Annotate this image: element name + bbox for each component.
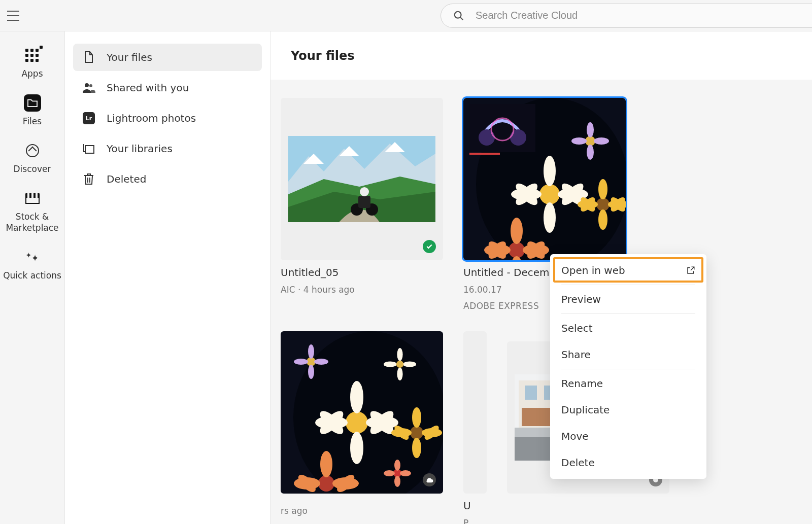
svg-point-24 bbox=[544, 156, 556, 186]
svg-point-59 bbox=[350, 432, 363, 464]
search-icon bbox=[453, 10, 464, 21]
rail-stock[interactable]: Stock & Marketplace bbox=[0, 190, 64, 233]
folder-icon bbox=[24, 94, 41, 112]
file-title: U bbox=[463, 500, 487, 512]
ctx-rename[interactable]: Rename bbox=[550, 370, 706, 397]
external-link-icon bbox=[686, 266, 695, 275]
svg-point-81 bbox=[308, 365, 314, 379]
ctx-label: Open in web bbox=[561, 264, 625, 276]
compass-icon bbox=[26, 144, 39, 157]
svg-rect-22 bbox=[469, 153, 500, 155]
file-thumbnail[interactable] bbox=[463, 98, 626, 260]
sidebar-lightroom-label: Lightroom photos bbox=[107, 112, 196, 124]
rail-quick-actions[interactable]: Quick actions bbox=[3, 249, 61, 281]
svg-point-33 bbox=[598, 179, 607, 199]
artwork-flowers bbox=[281, 331, 443, 494]
file-title: Untitled_05 bbox=[281, 266, 443, 278]
svg-point-88 bbox=[400, 470, 411, 476]
ctx-duplicate[interactable]: Duplicate bbox=[550, 397, 706, 423]
sidebar-shared-label: Shared with you bbox=[107, 82, 189, 94]
ctx-delete[interactable]: Delete bbox=[550, 449, 706, 476]
svg-point-83 bbox=[314, 359, 328, 365]
file-card[interactable]: Untitled_05 AIC · 4 hours ago bbox=[281, 98, 443, 311]
rail-files[interactable]: Files bbox=[23, 94, 42, 127]
storefront-icon bbox=[25, 193, 40, 204]
ctx-label: Preview bbox=[561, 293, 601, 305]
svg-point-73 bbox=[318, 475, 334, 492]
ctx-label: Move bbox=[561, 430, 589, 442]
rail-apps[interactable]: Apps bbox=[21, 47, 43, 79]
file-meta: P bbox=[463, 518, 487, 524]
sidebar-deleted[interactable]: Deleted bbox=[73, 165, 262, 193]
people-icon bbox=[82, 81, 95, 94]
svg-point-52 bbox=[587, 145, 594, 160]
apps-icon bbox=[25, 49, 39, 62]
rail-quick-label: Quick actions bbox=[3, 270, 61, 281]
files-grid: Untitled_05 AIC · 4 hours ago bbox=[270, 80, 812, 524]
svg-point-67 bbox=[412, 407, 421, 428]
sparkles-icon bbox=[25, 251, 39, 264]
file-thumbnail[interactable] bbox=[463, 331, 487, 494]
svg-point-93 bbox=[396, 361, 403, 368]
svg-point-80 bbox=[308, 344, 314, 359]
svg-rect-99 bbox=[525, 386, 537, 400]
svg-point-91 bbox=[384, 362, 397, 367]
svg-point-15 bbox=[360, 187, 369, 196]
svg-point-58 bbox=[350, 381, 363, 413]
menu-icon[interactable] bbox=[7, 8, 19, 23]
file-meta: AIC · 4 hours ago bbox=[281, 285, 443, 295]
rail-files-label: Files bbox=[23, 116, 42, 127]
ctx-move[interactable]: Move bbox=[550, 423, 706, 449]
ctx-select[interactable]: Select bbox=[550, 315, 706, 341]
synced-check-icon bbox=[423, 240, 436, 253]
rail-discover[interactable]: Discover bbox=[14, 142, 51, 174]
rail-stock-label: Stock & Marketplace bbox=[0, 211, 64, 233]
svg-point-19 bbox=[479, 129, 495, 146]
ctx-label: Duplicate bbox=[561, 404, 610, 416]
nav-rail: Apps Files Discover Stock & Marketplace … bbox=[0, 31, 65, 524]
sidebar-your-files-label: Your files bbox=[107, 51, 152, 63]
sidebar-lightroom[interactable]: Lr Lightroom photos bbox=[73, 104, 262, 132]
file-thumbnail[interactable] bbox=[281, 98, 443, 260]
separator bbox=[561, 369, 695, 369]
search-input[interactable] bbox=[476, 10, 812, 21]
ctx-share[interactable]: Share bbox=[550, 341, 706, 368]
file-card[interactable]: U P bbox=[463, 331, 487, 524]
svg-point-53 bbox=[571, 137, 587, 145]
ctx-label: Delete bbox=[561, 457, 595, 469]
svg-point-20 bbox=[510, 129, 526, 146]
sidebar-your-files[interactable]: Your files bbox=[73, 44, 262, 71]
search-bar[interactable] bbox=[441, 4, 812, 28]
top-bar bbox=[0, 0, 812, 31]
sidebar-libraries-label: Your libraries bbox=[107, 143, 173, 155]
svg-point-3 bbox=[89, 84, 92, 87]
sidebar-shared[interactable]: Shared with you bbox=[73, 74, 262, 101]
svg-point-25 bbox=[544, 202, 556, 233]
separator bbox=[561, 285, 695, 285]
file-thumbnail[interactable] bbox=[281, 331, 443, 494]
svg-point-23 bbox=[539, 184, 560, 204]
svg-point-85 bbox=[394, 460, 400, 471]
svg-point-54 bbox=[594, 137, 609, 145]
ctx-label: Share bbox=[561, 348, 591, 361]
svg-rect-4 bbox=[85, 146, 94, 153]
svg-rect-18 bbox=[469, 104, 535, 152]
file-icon bbox=[82, 51, 95, 64]
separator bbox=[561, 313, 695, 314]
svg-line-1 bbox=[460, 17, 463, 20]
sidebar-libraries[interactable]: Your libraries bbox=[73, 135, 262, 162]
file-card[interactable]: rs ago bbox=[281, 331, 443, 524]
artwork-motorcycle-mountains bbox=[288, 136, 435, 222]
ctx-preview[interactable]: Preview bbox=[550, 286, 706, 312]
svg-point-82 bbox=[294, 359, 308, 365]
svg-point-42 bbox=[511, 218, 523, 244]
svg-point-92 bbox=[403, 362, 416, 367]
page-title: Your files bbox=[270, 31, 812, 80]
svg-point-41 bbox=[509, 242, 525, 258]
svg-point-74 bbox=[320, 451, 332, 477]
svg-point-86 bbox=[394, 476, 400, 487]
svg-point-90 bbox=[397, 368, 402, 381]
svg-point-89 bbox=[397, 348, 402, 361]
ctx-open-in-web[interactable]: Open in web bbox=[550, 257, 706, 284]
ctx-label: Select bbox=[561, 322, 593, 334]
